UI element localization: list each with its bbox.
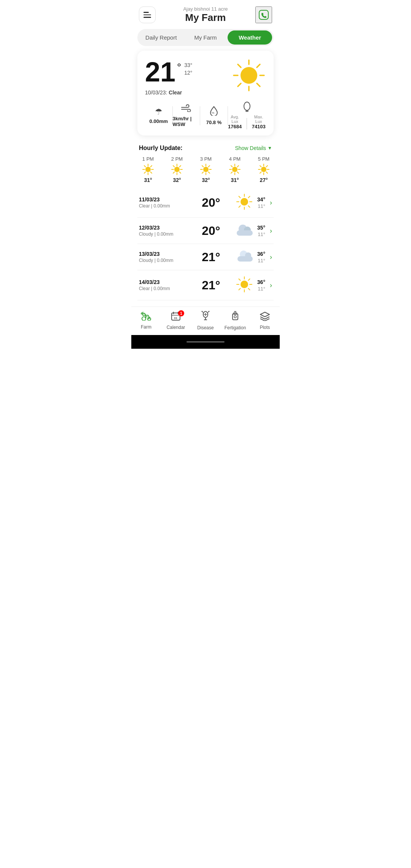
forecast-minmax-4: 36° 11° bbox=[257, 279, 265, 292]
svg-line-65 bbox=[248, 196, 250, 198]
current-temp: 21 bbox=[145, 58, 175, 86]
svg-line-38 bbox=[209, 166, 210, 167]
forecast-date-4: 14/03/23 Clear | 0.00mm bbox=[139, 279, 188, 291]
forecast-icon-clear-1 bbox=[234, 193, 254, 212]
degree-symbol: ° bbox=[177, 61, 181, 73]
hour-item-3pm: 3 PM 32° bbox=[195, 156, 217, 183]
svg-line-36 bbox=[202, 166, 204, 167]
tab-my-farm[interactable]: My Farm bbox=[183, 30, 228, 45]
svg-point-40 bbox=[203, 167, 209, 172]
forecast-minmax-1: 34° 11° bbox=[257, 196, 265, 209]
svg-line-6 bbox=[257, 83, 260, 86]
show-details-button[interactable]: Show Details ▼ bbox=[235, 145, 272, 151]
header-subtitle: Ajay bishnoi 11 acre bbox=[183, 6, 228, 12]
nav-farm[interactable]: Farm bbox=[135, 311, 158, 330]
nav-disease-label: Disease bbox=[197, 325, 213, 330]
svg-line-21 bbox=[144, 172, 146, 174]
svg-line-30 bbox=[173, 172, 175, 174]
hourly-scroll[interactable]: 1 PM 31° 2 PM 32° 3 PM 32° 4 PM 31° 5 PM… bbox=[131, 155, 280, 188]
forecast-date-2: 12/03/23 Cloudy | 0.00mm bbox=[139, 225, 188, 237]
hour-sun-1pm bbox=[142, 163, 154, 176]
svg-point-9 bbox=[241, 67, 257, 84]
forecast-minmax-2: 35° 11° bbox=[257, 225, 265, 237]
disease-icon bbox=[201, 311, 210, 324]
svg-text:%: % bbox=[212, 111, 214, 115]
svg-point-22 bbox=[145, 167, 151, 172]
phone-icon bbox=[258, 9, 270, 21]
svg-line-78 bbox=[239, 279, 240, 281]
forecast-date-1: 11/03/23 Clear | 0.00mm bbox=[139, 196, 188, 209]
svg-point-101 bbox=[234, 316, 236, 318]
svg-rect-70 bbox=[237, 230, 253, 236]
hour-sun-5pm bbox=[258, 163, 270, 176]
system-bar bbox=[131, 335, 280, 349]
expand-button-1[interactable]: › bbox=[270, 199, 272, 207]
forecast-icon-cloudy-3 bbox=[234, 249, 254, 265]
svg-line-39 bbox=[202, 172, 204, 174]
nav-disease[interactable]: Disease bbox=[194, 311, 217, 330]
app-header: Ajay bishnoi 11 acre My Farm bbox=[131, 0, 280, 27]
svg-point-11 bbox=[244, 102, 250, 110]
svg-line-66 bbox=[239, 206, 240, 207]
svg-line-55 bbox=[266, 172, 268, 174]
svg-point-49 bbox=[232, 167, 237, 172]
hour-sun-3pm bbox=[200, 163, 212, 176]
nav-calendar[interactable]: 31 1 Calendar bbox=[164, 311, 187, 330]
forecast-icon-clear-4 bbox=[234, 276, 254, 295]
hourly-title: Hourly Update: bbox=[139, 145, 183, 152]
expand-button-4[interactable]: › bbox=[270, 281, 272, 289]
call-button[interactable] bbox=[255, 6, 272, 23]
svg-line-64 bbox=[248, 206, 250, 207]
forecast-item-4[interactable]: 14/03/23 Clear | 0.00mm 21° 36° 11° › bbox=[137, 270, 274, 300]
weather-top-row: 21 ° 33° 12° 10/03/23: Clear bbox=[145, 58, 266, 96]
sun-icon bbox=[232, 58, 266, 93]
forecast-item-1[interactable]: 11/03/23 Clear | 0.00mm 20° 34° 11° › bbox=[137, 188, 274, 218]
menu-button[interactable] bbox=[139, 6, 156, 23]
layers-icon bbox=[260, 311, 270, 323]
svg-line-81 bbox=[239, 289, 240, 290]
nav-plots[interactable]: Plots bbox=[253, 311, 276, 330]
forecast-item-2[interactable]: 12/03/23 Cloudy | 0.00mm 20° 35° 11° › bbox=[137, 218, 274, 244]
chevron-down-icon: ▼ bbox=[268, 145, 272, 151]
svg-point-58 bbox=[261, 167, 266, 172]
svg-line-63 bbox=[239, 196, 240, 198]
svg-text:31: 31 bbox=[174, 316, 177, 320]
lux-icon bbox=[242, 102, 252, 115]
temp-range: 33° 12° bbox=[184, 62, 192, 76]
svg-line-54 bbox=[260, 166, 261, 167]
svg-line-57 bbox=[260, 172, 261, 174]
wind-icon bbox=[181, 104, 191, 114]
nav-farm-label: Farm bbox=[141, 324, 151, 330]
hour-item-2pm: 2 PM 32° bbox=[166, 156, 188, 183]
header-title: My Farm bbox=[183, 12, 228, 24]
svg-point-82 bbox=[241, 281, 248, 288]
forecast-item-3[interactable]: 13/03/23 Cloudy | 0.00mm 21° 36° 11° › bbox=[137, 244, 274, 270]
hour-sun-2pm bbox=[171, 163, 183, 176]
svg-line-29 bbox=[180, 166, 181, 167]
hour-item-5pm: 5 PM 27° bbox=[253, 156, 274, 183]
tab-bar: Daily Report My Farm Weather bbox=[137, 29, 274, 46]
svg-line-8 bbox=[238, 83, 241, 86]
expand-button-2[interactable]: › bbox=[270, 227, 272, 235]
svg-line-27 bbox=[173, 166, 175, 167]
expand-button-3[interactable]: › bbox=[270, 253, 272, 261]
tab-daily-report[interactable]: Daily Report bbox=[139, 30, 183, 45]
hour-item-1pm: 1 PM 31° bbox=[137, 156, 159, 183]
svg-point-31 bbox=[174, 167, 180, 172]
humidity-value: 70.8 % bbox=[206, 120, 221, 125]
nav-fertigation[interactable]: Fertigation bbox=[224, 311, 247, 330]
forecast-date-3: 13/03/23 Cloudy | 0.00mm bbox=[139, 251, 188, 263]
home-indicator[interactable] bbox=[186, 341, 225, 343]
svg-rect-73 bbox=[237, 256, 253, 262]
header-title-block: Ajay bishnoi 11 acre My Farm bbox=[183, 6, 228, 24]
fertigation-icon bbox=[230, 311, 240, 324]
tab-weather[interactable]: Weather bbox=[228, 30, 272, 45]
svg-point-96 bbox=[209, 311, 210, 312]
svg-line-46 bbox=[237, 172, 239, 174]
svg-line-7 bbox=[257, 64, 260, 67]
calendar-badge: 1 bbox=[178, 310, 184, 316]
svg-line-20 bbox=[151, 166, 152, 167]
daily-forecast-list: 11/03/23 Clear | 0.00mm 20° 34° 11° › 12… bbox=[131, 188, 280, 300]
svg-line-37 bbox=[209, 172, 210, 174]
svg-line-28 bbox=[180, 172, 181, 174]
